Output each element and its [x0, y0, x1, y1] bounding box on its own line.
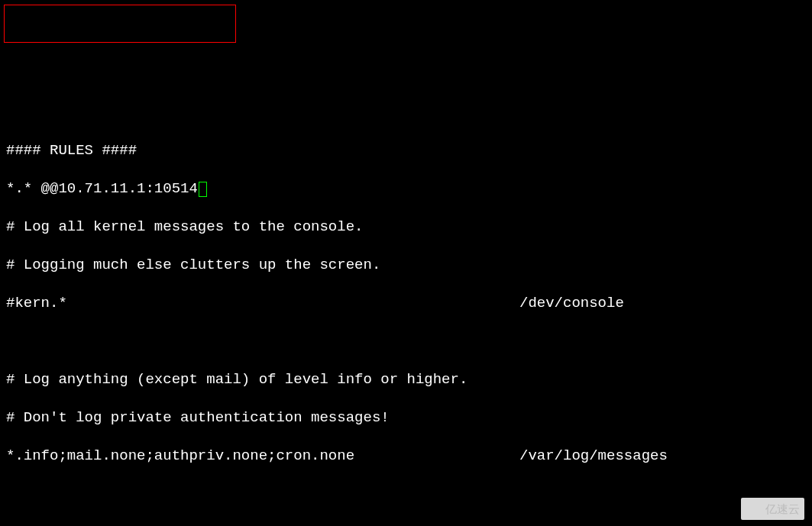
rule-selector: #kern.*	[6, 295, 67, 311]
rule-text: *.* @@10.71.11.1:10514	[6, 180, 198, 197]
watermark-text: 亿速云	[765, 499, 800, 518]
highlighted-region	[4, 5, 236, 43]
rule-target: /var/log/messages	[519, 447, 668, 466]
cloud-icon	[746, 504, 762, 515]
rule-target: /dev/console	[519, 294, 624, 313]
terminal-content[interactable]: #### RULES #### *.* @@10.71.11.1:10514 #…	[6, 122, 806, 526]
comment-line: # The authpriv file has restricted acces…	[6, 523, 806, 526]
comment-line: # Log anything (except mail) of level in…	[6, 370, 806, 389]
comment-line: # Logging much else clutters up the scre…	[6, 256, 806, 275]
empty-line	[6, 332, 806, 351]
terminal-cursor	[199, 182, 207, 197]
comment-line: # Log all kernel messages to the console…	[6, 218, 806, 237]
comment-line: # Don't log private authentication messa…	[6, 408, 806, 428]
config-line: *.* @@10.71.11.1:10514	[6, 179, 806, 198]
watermark-badge: 亿速云	[741, 498, 804, 520]
config-line: #### RULES ####	[6, 141, 806, 160]
config-line: *.info;mail.none;authpriv.none;cron.none…	[6, 447, 806, 466]
rule-selector: *.info;mail.none;authpriv.none;cron.none	[6, 447, 354, 464]
config-line: #kern.*/dev/console	[6, 294, 806, 313]
empty-line	[6, 485, 806, 504]
